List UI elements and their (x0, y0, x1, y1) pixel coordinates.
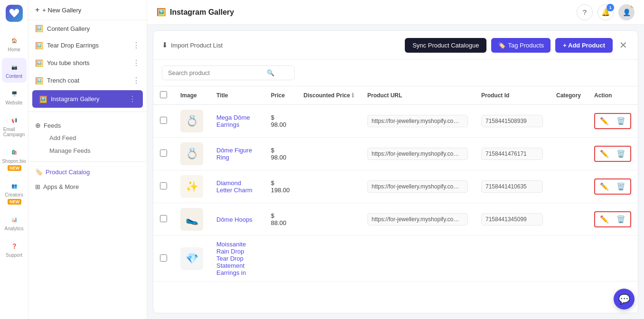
sidebar-item-tear-drop[interactable]: 🖼️ Tear Drop Earrings ⋮ (28, 37, 147, 54)
row-checkbox-2[interactable] (160, 150, 167, 157)
help-button[interactable]: ? (577, 4, 593, 20)
search-box: 🔍 (162, 66, 295, 80)
row-product-id-cell: 7158441508939 (475, 105, 550, 138)
row-url-cell: https://for-jewellery.myshopify.com/prod… (361, 203, 475, 236)
sidebar-item-home[interactable]: 🏠 Home (2, 31, 27, 56)
row-checkbox-4[interactable] (160, 215, 167, 222)
product-catalog-item[interactable]: 🏷️ Product Catalog (28, 165, 147, 179)
nav-label-website: Website (6, 100, 23, 105)
row-action-cell: ✏️ 🗑️ (588, 138, 638, 170)
feeds-section-title[interactable]: ⊕ Feeds (35, 120, 140, 131)
product-title-link[interactable]: Moissanite Rain Drop Tear Drop Statement… (216, 241, 246, 276)
product-image: ✨ (180, 175, 203, 198)
select-all-checkbox[interactable] (160, 91, 167, 98)
discounted-price-info-icon[interactable]: ℹ (352, 92, 354, 99)
row-price-cell: $ 198.00 (264, 170, 297, 203)
sidebar-item-content[interactable]: 📷 Content (2, 58, 27, 83)
table-row: 💍 Mega Dôme Earrings $ 98.00 https://for… (153, 105, 638, 138)
product-table-container: Image Title Price Discounted Price ℹ Pro… (153, 86, 638, 313)
row-price-cell (264, 236, 297, 281)
row-price-cell: $ 98.00 (264, 138, 297, 170)
analytics-icon: 📊 (9, 214, 19, 225)
new-gallery-button[interactable]: + + New Gallery (28, 0, 147, 20)
row-title-cell: Mega Dôme Earrings (210, 105, 264, 138)
row-url-cell (361, 236, 475, 281)
nav-label-analytics: Analytics (5, 226, 24, 231)
product-title-link[interactable]: Dôme Figure Ring (216, 147, 252, 161)
user-avatar[interactable]: 👤 (618, 4, 635, 20)
notification-button[interactable]: 🔔 1 (597, 4, 614, 20)
search-input[interactable] (168, 69, 263, 76)
table-row: 💎 Moissanite Rain Drop Tear Drop Stateme… (153, 236, 638, 281)
sidebar-item-content-gallery[interactable]: 🖼️ Content Gallery (28, 20, 147, 37)
import-button[interactable]: ⬇ Import Product List (162, 41, 223, 49)
delete-button-3[interactable]: 🗑️ (614, 180, 628, 193)
sidebar-item-shopon[interactable]: 🛍️ Shopon.bio NEW (2, 143, 27, 175)
delete-button-2[interactable]: 🗑️ (614, 148, 628, 160)
gallery-icon-tear-drop: 🖼️ (35, 42, 43, 49)
close-icon: ✕ (619, 40, 627, 50)
three-dots-icon-tear-drop[interactable]: ⋮ (132, 41, 140, 50)
sync-button[interactable]: Sync Product Catalogue (405, 38, 486, 53)
delete-button-1[interactable]: 🗑️ (614, 115, 628, 127)
row-image-cell: ✨ (174, 170, 210, 203)
product-title-link[interactable]: Diamond Letter Charm (216, 179, 252, 194)
add-product-button[interactable]: + Add Product (555, 38, 613, 53)
gallery-label-instagram: Instagram Gallery (51, 95, 100, 103)
row-title-cell: Dôme Figure Ring (210, 138, 264, 170)
three-dots-icon-youtube[interactable]: ⋮ (132, 58, 140, 67)
sidebar-item-trench-coat[interactable]: 🖼️ Trench coat ⋮ (28, 72, 147, 89)
sidebar-item-email[interactable]: 📢 Email Campaign (2, 111, 27, 141)
row-checkbox-cell (153, 203, 174, 236)
sidebar-item-creators[interactable]: 👥 Creators NEW (2, 177, 27, 208)
row-category-cell (550, 236, 588, 281)
row-checkbox-1[interactable] (160, 117, 167, 124)
edit-button-3[interactable]: ✏️ (597, 180, 612, 193)
product-title-link[interactable]: Mega Dôme Earrings (216, 114, 250, 128)
product-panel: ⬇ Import Product List Sync Product Catal… (153, 30, 638, 313)
sidebar-item-analytics[interactable]: 📊 Analytics (2, 210, 27, 235)
header-checkbox-cell (153, 86, 174, 105)
sidebar-item-instagram-gallery[interactable]: 🖼️ Instagram Gallery ⋮ (32, 90, 143, 108)
three-dots-icon-instagram[interactable]: ⋮ (129, 94, 136, 103)
import-label: Import Product List (171, 42, 223, 49)
chat-button[interactable]: 💬 (614, 289, 635, 310)
app-logo (6, 5, 23, 22)
row-checkbox-5[interactable] (160, 254, 167, 262)
edit-button-1[interactable]: ✏️ (597, 115, 612, 127)
header-category: Category (550, 86, 588, 105)
product-id-display: 7158441476171 (481, 148, 543, 160)
delete-button-4[interactable]: 🗑️ (614, 213, 628, 225)
product-title-link[interactable]: Dôme Hoops (216, 216, 252, 223)
sidebar-item-youtube-shorts[interactable]: 🖼️ You tube shorts ⋮ (28, 54, 147, 72)
row-checkbox-3[interactable] (160, 182, 167, 189)
add-feed-item[interactable]: Add Feed (35, 132, 140, 144)
sidebar-item-support[interactable]: ❓ Support (2, 237, 27, 262)
row-url-cell: https://for-jewellery.myshopify.com/prod… (361, 170, 475, 203)
row-image-cell: 💍 (174, 105, 210, 138)
apps-more-label: Apps & More (43, 183, 79, 190)
new-gallery-label: + New Gallery (42, 7, 81, 14)
table-row: 🥿 Dôme Hoops $ 88.00 https://for-jewelle… (153, 203, 638, 236)
row-product-id-cell: 7158441476171 (475, 138, 550, 170)
manage-feeds-item[interactable]: Manage Feeds (35, 145, 140, 157)
panel-toolbar: ⬇ Import Product List Sync Product Catal… (153, 31, 638, 60)
sidebar-item-website[interactable]: 🖥️ Website (2, 84, 27, 109)
edit-button-4[interactable]: ✏️ (597, 213, 612, 225)
product-id-display: 7158441508939 (481, 115, 543, 127)
row-price-cell: $ 88.00 (264, 203, 297, 236)
nav-label-home: Home (8, 47, 20, 52)
edit-button-2[interactable]: ✏️ (597, 148, 612, 160)
tag-button[interactable]: 🏷️ Tag Products (491, 38, 551, 53)
close-button[interactable]: ✕ (617, 38, 629, 53)
apps-more-item[interactable]: ⊞ Apps & More (28, 179, 147, 194)
creators-icon: 👥 (9, 180, 19, 191)
three-dots-icon-trench[interactable]: ⋮ (132, 76, 140, 85)
sidebar: + + New Gallery 🖼️ Content Gallery 🖼️ Te… (28, 0, 147, 319)
creators-new-badge: NEW (8, 199, 21, 205)
download-icon: ⬇ (162, 41, 168, 49)
row-title-cell: Diamond Letter Charm (210, 170, 264, 203)
row-category-cell (550, 138, 588, 170)
action-buttons: ✏️ 🗑️ (594, 113, 631, 129)
help-icon: ? (583, 8, 587, 16)
